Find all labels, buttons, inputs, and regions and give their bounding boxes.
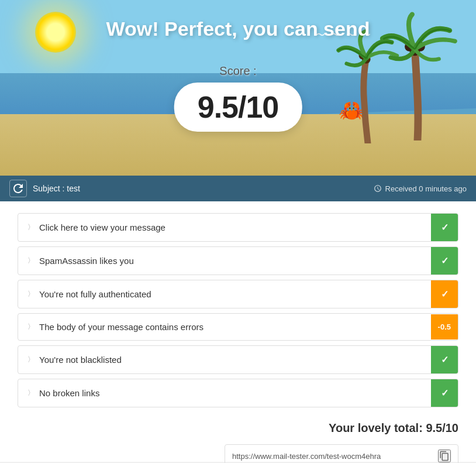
hero-banner: 〜 〜 〜 〜 🐟 🐠 🐠 🦀 [0,0,476,176]
header-subject: Subject : test [33,184,80,193]
accordion-label: 〉 You're not fully authenticated [18,281,431,307]
header-bar: Subject : test Received 0 minutes ago [0,176,476,201]
accordion-badge-green: ✓ [431,247,458,275]
sun-decoration [35,12,76,53]
chevron-down-icon: 〉 [27,388,35,398]
score-area: Score : 9.5/10 [174,64,302,132]
accordion-badge-green: ✓ [431,214,458,241]
accordion-badge-orange: ✓ [431,280,458,308]
clock-icon [374,184,382,193]
chevron-down-icon: 〉 [27,289,35,299]
accordion-badge-green: ✓ [431,379,458,407]
copy-url-button[interactable] [438,450,451,462]
header-left: Subject : test [9,180,80,197]
accordion-row-blacklisted[interactable]: 〉 You're not blacklisted ✓ [18,345,458,374]
chevron-down-icon: 〉 [27,256,35,266]
url-text: https://www.mail-tester.com/test-wocm4eh… [232,452,432,461]
palm-tree-right-icon [371,12,464,140]
score-value: 9.5/10 [198,90,279,124]
accordion-label: 〉 No broken links [18,380,431,406]
total-line: Your lovely total: 9.5/10 [18,421,458,435]
accordion-row-view-message[interactable]: 〉 Click here to view your message ✓ [18,213,458,242]
accordion-badge-score: -0.5 [431,314,458,339]
total-label: Your lovely total: 9.5/10 [329,421,458,434]
main-content: 〉 Click here to view your message ✓ 〉 Sp… [0,201,476,462]
accordion-badge-green: ✓ [431,346,458,373]
received-label: Received 0 minutes ago [385,184,467,193]
url-bar: https://www.mail-tester.com/test-wocm4eh… [225,444,458,463]
accordion-row-body-errors[interactable]: 〉 The body of your message contains erro… [18,313,458,341]
chevron-down-icon: 〉 [27,222,35,232]
accordion-label: 〉 The body of your message contains erro… [18,314,431,340]
refresh-icon [13,184,23,193]
accordion-label: 〉 SpamAssassin likes you [18,248,431,274]
chevron-down-icon: 〉 [27,355,35,365]
copy-icon [439,451,450,461]
accordion-row-authentication[interactable]: 〉 You're not fully authenticated ✓ [18,280,458,308]
accordion-row-spamassassin[interactable]: 〉 SpamAssassin likes you ✓ [18,246,458,275]
header-right: Received 0 minutes ago [374,184,467,193]
refresh-button[interactable] [9,180,27,197]
accordion-label: 〉 Click here to view your message [18,214,431,241]
hero-title: Wow! Perfect, you can send [106,18,370,40]
score-bubble: 9.5/10 [174,83,302,132]
accordion-list: 〉 Click here to view your message ✓ 〉 Sp… [18,213,458,407]
accordion-label: 〉 You're not blacklisted [18,347,431,373]
chevron-down-icon: 〉 [27,322,35,332]
score-label: Score : [174,64,302,78]
accordion-row-broken-links[interactable]: 〉 No broken links ✓ [18,379,458,407]
